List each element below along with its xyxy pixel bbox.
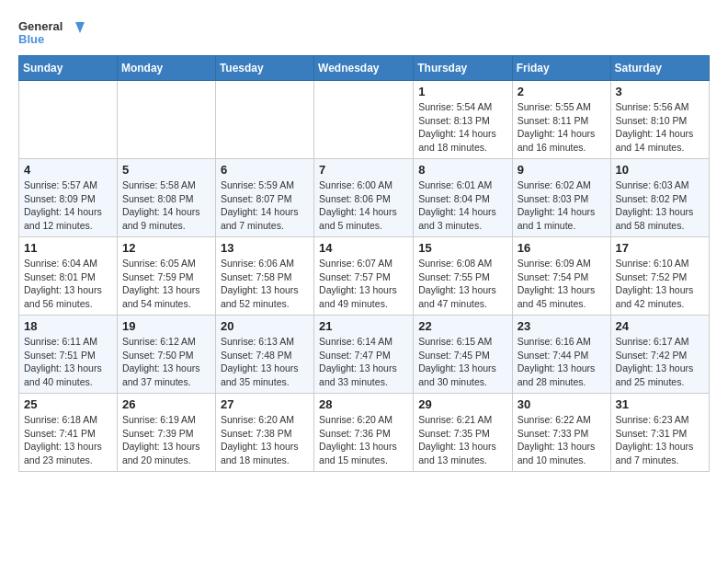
day-number: 9 [518,163,606,177]
day-info: Sunrise: 6:17 AMSunset: 7:42 PMDaylight:… [616,335,704,389]
day-info: Sunrise: 6:13 AMSunset: 7:48 PMDaylight:… [221,335,309,389]
day-number: 20 [221,319,309,333]
calendar-cell [19,81,118,159]
day-number: 19 [122,319,210,333]
day-number: 15 [418,241,506,255]
day-info: Sunrise: 6:00 AMSunset: 8:06 PMDaylight:… [319,178,408,233]
day-info: Sunrise: 6:23 AMSunset: 7:31 PMDaylight:… [616,413,704,467]
day-info: Sunrise: 5:56 AMSunset: 8:10 PMDaylight:… [616,100,704,155]
calendar-cell [314,81,414,159]
day-info: Sunrise: 5:55 AMSunset: 8:11 PMDaylight:… [518,100,606,155]
calendar-cell: 6Sunrise: 5:59 AMSunset: 8:07 PMDaylight… [215,159,313,237]
calendar-cell: 3Sunrise: 5:56 AMSunset: 8:10 PMDaylight… [610,81,709,159]
calendar-cell: 24Sunrise: 6:17 AMSunset: 7:42 PMDayligh… [610,316,709,394]
calendar-cell: 23Sunrise: 6:16 AMSunset: 7:44 PMDayligh… [512,316,610,394]
day-info: Sunrise: 5:57 AMSunset: 8:09 PMDaylight:… [24,178,112,233]
day-info: Sunrise: 6:11 AMSunset: 7:51 PMDaylight:… [24,335,112,389]
day-number: 16 [518,241,606,255]
day-number: 25 [24,397,112,411]
calendar-cell: 10Sunrise: 6:03 AMSunset: 8:02 PMDayligh… [610,159,709,237]
day-info: Sunrise: 6:01 AMSunset: 8:04 PMDaylight:… [418,178,506,233]
logo: GeneralBlue [18,18,92,46]
day-info: Sunrise: 6:04 AMSunset: 8:01 PMDaylight:… [24,257,112,311]
day-number: 2 [518,85,606,98]
day-number: 12 [122,241,210,255]
day-number: 10 [616,163,704,177]
calendar-cell: 15Sunrise: 6:08 AMSunset: 7:55 PMDayligh… [414,237,512,316]
calendar-cell: 29Sunrise: 6:21 AMSunset: 7:35 PMDayligh… [414,394,512,472]
day-info: Sunrise: 6:12 AMSunset: 7:50 PMDaylight:… [122,335,210,389]
calendar-cell [215,81,313,159]
calendar-cell: 4Sunrise: 5:57 AMSunset: 8:09 PMDaylight… [19,159,118,237]
day-info: Sunrise: 6:20 AMSunset: 7:36 PMDaylight:… [319,413,408,467]
day-number: 31 [616,397,704,411]
day-info: Sunrise: 6:22 AMSunset: 7:33 PMDaylight:… [518,413,606,467]
day-number: 28 [319,397,408,411]
calendar-week-row: 4Sunrise: 5:57 AMSunset: 8:09 PMDaylight… [19,159,710,237]
svg-marker-2 [75,22,85,33]
weekday-wednesday: Wednesday [314,56,414,81]
page-header: GeneralBlue [18,18,710,46]
day-info: Sunrise: 6:18 AMSunset: 7:41 PMDaylight:… [24,413,112,467]
svg-text:General: General [18,19,63,33]
day-info: Sunrise: 6:08 AMSunset: 7:55 PMDaylight:… [418,257,506,311]
day-info: Sunrise: 6:10 AMSunset: 7:52 PMDaylight:… [616,257,704,311]
calendar-cell: 28Sunrise: 6:20 AMSunset: 7:36 PMDayligh… [314,394,414,472]
calendar-body: 1Sunrise: 5:54 AMSunset: 8:13 PMDaylight… [19,81,710,472]
calendar-cell: 14Sunrise: 6:07 AMSunset: 7:57 PMDayligh… [314,237,414,316]
day-info: Sunrise: 6:05 AMSunset: 7:59 PMDaylight:… [122,257,210,311]
day-info: Sunrise: 6:19 AMSunset: 7:39 PMDaylight:… [122,413,210,467]
calendar-cell: 8Sunrise: 6:01 AMSunset: 8:04 PMDaylight… [414,159,512,237]
calendar-week-row: 11Sunrise: 6:04 AMSunset: 8:01 PMDayligh… [19,237,710,316]
day-info: Sunrise: 6:09 AMSunset: 7:54 PMDaylight:… [518,257,606,311]
calendar-cell [117,81,215,159]
day-number: 26 [122,397,210,411]
day-info: Sunrise: 6:15 AMSunset: 7:45 PMDaylight:… [418,335,506,389]
svg-text:Blue: Blue [18,32,44,46]
day-info: Sunrise: 6:03 AMSunset: 8:02 PMDaylight:… [616,178,704,233]
calendar-cell: 16Sunrise: 6:09 AMSunset: 7:54 PMDayligh… [512,237,610,316]
calendar-table: SundayMondayTuesdayWednesdayThursdayFrid… [18,55,710,472]
day-info: Sunrise: 6:06 AMSunset: 7:58 PMDaylight:… [221,257,309,311]
weekday-friday: Friday [512,56,610,81]
day-info: Sunrise: 6:21 AMSunset: 7:35 PMDaylight:… [418,413,506,467]
calendar-week-row: 25Sunrise: 6:18 AMSunset: 7:41 PMDayligh… [19,394,710,472]
weekday-monday: Monday [117,56,215,81]
calendar-cell: 31Sunrise: 6:23 AMSunset: 7:31 PMDayligh… [610,394,709,472]
calendar-cell: 11Sunrise: 6:04 AMSunset: 8:01 PMDayligh… [19,237,118,316]
calendar-cell: 13Sunrise: 6:06 AMSunset: 7:58 PMDayligh… [215,237,313,316]
day-number: 23 [518,319,606,333]
logo-icon: GeneralBlue [18,18,92,46]
day-number: 7 [319,163,408,177]
calendar-cell: 1Sunrise: 5:54 AMSunset: 8:13 PMDaylight… [414,81,512,159]
day-number: 11 [24,241,112,255]
day-number: 13 [221,241,309,255]
day-number: 27 [221,397,309,411]
calendar-cell: 27Sunrise: 6:20 AMSunset: 7:38 PMDayligh… [215,394,313,472]
calendar-cell: 12Sunrise: 6:05 AMSunset: 7:59 PMDayligh… [117,237,215,316]
calendar-cell: 21Sunrise: 6:14 AMSunset: 7:47 PMDayligh… [314,316,414,394]
day-number: 21 [319,319,408,333]
day-info: Sunrise: 6:16 AMSunset: 7:44 PMDaylight:… [518,335,606,389]
day-number: 30 [518,397,606,411]
weekday-saturday: Saturday [610,56,709,81]
weekday-tuesday: Tuesday [215,56,313,81]
calendar-cell: 25Sunrise: 6:18 AMSunset: 7:41 PMDayligh… [19,394,118,472]
day-number: 4 [24,163,112,177]
day-number: 18 [24,319,112,333]
calendar-cell: 5Sunrise: 5:58 AMSunset: 8:08 PMDaylight… [117,159,215,237]
calendar-header: SundayMondayTuesdayWednesdayThursdayFrid… [19,56,710,81]
day-number: 22 [418,319,506,333]
calendar-cell: 9Sunrise: 6:02 AMSunset: 8:03 PMDaylight… [512,159,610,237]
weekday-header-row: SundayMondayTuesdayWednesdayThursdayFrid… [19,56,710,81]
day-number: 24 [616,319,704,333]
day-number: 14 [319,241,408,255]
weekday-thursday: Thursday [414,56,512,81]
calendar-cell: 7Sunrise: 6:00 AMSunset: 8:06 PMDaylight… [314,159,414,237]
calendar-week-row: 18Sunrise: 6:11 AMSunset: 7:51 PMDayligh… [19,316,710,394]
day-info: Sunrise: 6:14 AMSunset: 7:47 PMDaylight:… [319,335,408,389]
calendar-week-row: 1Sunrise: 5:54 AMSunset: 8:13 PMDaylight… [19,81,710,159]
day-info: Sunrise: 5:54 AMSunset: 8:13 PMDaylight:… [418,100,506,155]
day-number: 1 [418,85,506,98]
day-info: Sunrise: 5:59 AMSunset: 8:07 PMDaylight:… [221,178,309,233]
